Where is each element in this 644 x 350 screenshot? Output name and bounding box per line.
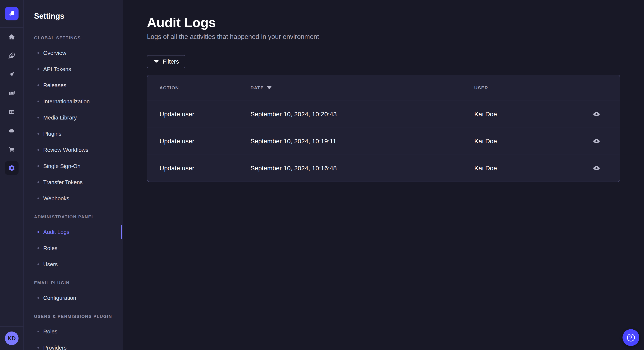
column-header-user: User	[474, 85, 592, 90]
sidebar-item-audit-logs[interactable]: Audit Logs	[24, 224, 123, 240]
workspace-logo-container	[0, 0, 24, 28]
view-details-button[interactable]	[592, 136, 602, 146]
sidebar-item-up-roles[interactable]: Roles	[24, 324, 123, 340]
sidebar-item-media-library[interactable]: Media Library	[24, 110, 123, 126]
section-label: EMAIL PLUGIN	[24, 276, 123, 290]
table-row[interactable]: Update user September 10, 2024, 10:20:43…	[147, 101, 620, 128]
sidebar-item-admin-roles[interactable]: Roles	[24, 240, 123, 256]
rail-user-container: KD	[0, 326, 24, 350]
cell-user: Kai Doe	[474, 165, 592, 172]
cell-user: Kai Doe	[474, 138, 592, 145]
sidebar-item-label: Providers	[43, 345, 67, 350]
filters-button-label: Filters	[163, 58, 179, 65]
bullet-icon	[38, 297, 39, 299]
gear-icon[interactable]	[5, 161, 18, 175]
question-mark-icon: ?	[627, 334, 635, 342]
sidebar-header: Settings	[24, 0, 123, 28]
column-header-date-sort[interactable]: Date	[250, 85, 272, 90]
bullet-icon	[38, 247, 39, 249]
bullet-icon	[38, 347, 39, 349]
cell-action: Update user	[160, 111, 250, 118]
sidebar-item-webhooks[interactable]: Webhooks	[24, 190, 123, 206]
sidebar-item-label: Roles	[43, 328, 57, 335]
nav-section-administration-panel: ADMINISTRATION PANEL Audit Logs Roles Us…	[24, 210, 123, 272]
sidebar-item-plugins[interactable]: Plugins	[24, 126, 123, 142]
bullet-icon	[38, 197, 39, 199]
bullet-icon	[38, 133, 39, 135]
bullet-icon	[38, 331, 39, 332]
bullet-icon	[38, 231, 39, 233]
sidebar-item-email-configuration[interactable]: Configuration	[24, 290, 123, 306]
layout-icon[interactable]	[0, 103, 24, 121]
cell-action: Update user	[160, 138, 250, 145]
eye-icon	[593, 164, 600, 172]
sidebar-item-label: Configuration	[43, 295, 76, 301]
sidebar-title: Settings	[34, 11, 123, 21]
settings-sidebar: Settings GLOBAL SETTINGS Overview API To…	[24, 0, 123, 350]
media-images-icon[interactable]	[0, 84, 24, 103]
sidebar-item-internationalization[interactable]: Internationalization	[24, 93, 123, 110]
toolbar: Filters	[147, 55, 620, 68]
sidebar-item-label: Review Workflows	[43, 147, 88, 153]
section-label: USERS & PERMISSIONS PLUGIN	[24, 309, 123, 324]
sidebar-item-label: API Tokens	[43, 66, 71, 72]
nav-section-global-settings: GLOBAL SETTINGS Overview API Tokens Rele…	[24, 31, 123, 206]
bullet-icon	[38, 68, 39, 70]
user-avatar[interactable]: KD	[5, 332, 18, 345]
paper-plane-icon[interactable]	[0, 65, 24, 84]
nav-section-email-plugin: EMAIL PLUGIN Configuration	[24, 276, 123, 306]
bullet-icon	[38, 117, 39, 118]
home-icon[interactable]	[0, 28, 24, 46]
sidebar-item-review-workflows[interactable]: Review Workflows	[24, 142, 123, 158]
sidebar-item-label: Users	[43, 261, 58, 268]
sidebar-item-single-sign-on[interactable]: Single Sign-On	[24, 158, 123, 174]
section-label: GLOBAL SETTINGS	[24, 31, 123, 45]
sidebar-item-up-providers[interactable]: Providers	[24, 340, 123, 350]
bullet-icon	[38, 149, 39, 151]
help-button[interactable]: ?	[622, 329, 639, 346]
sidebar-item-admin-users[interactable]: Users	[24, 256, 123, 272]
rail-icon-nav	[0, 28, 24, 175]
view-details-button[interactable]	[592, 109, 602, 119]
sidebar-item-overview[interactable]: Overview	[24, 45, 123, 61]
nav-section-users-permissions-plugin: USERS & PERMISSIONS PLUGIN Roles Provide…	[24, 309, 123, 350]
sort-desc-icon	[267, 86, 272, 89]
cell-user: Kai Doe	[474, 111, 592, 118]
feather-icon[interactable]	[0, 46, 24, 65]
bullet-icon	[38, 181, 39, 183]
view-details-button[interactable]	[592, 163, 602, 173]
eye-icon	[593, 137, 600, 145]
page-subtitle: Logs of all the activities that happened…	[147, 32, 620, 41]
column-header-action: Action	[160, 85, 250, 90]
sidebar-item-label: Releases	[43, 82, 66, 89]
sidebar-item-label: Transfer Tokens	[43, 179, 83, 186]
cell-action: Update user	[160, 165, 250, 172]
table-header-row: Action Date User	[147, 75, 620, 101]
bullet-icon	[38, 101, 39, 102]
filter-icon	[153, 59, 159, 65]
bullet-icon	[38, 84, 39, 86]
page-title: Audit Logs	[147, 15, 620, 30]
table-row[interactable]: Update user September 10, 2024, 10:19:11…	[147, 128, 620, 155]
cell-date: September 10, 2024, 10:16:48	[250, 165, 474, 172]
cell-date: September 10, 2024, 10:20:43	[250, 111, 474, 118]
sidebar-item-releases[interactable]: Releases	[24, 77, 123, 93]
filters-button[interactable]: Filters	[147, 55, 185, 68]
eye-icon	[593, 110, 600, 118]
sidebar-item-label: Overview	[43, 50, 66, 56]
sidebar-item-api-tokens[interactable]: API Tokens	[24, 61, 123, 77]
bullet-icon	[38, 263, 39, 265]
main-content: Audit Logs Logs of all the activities th…	[123, 0, 644, 350]
table-row[interactable]: Update user September 10, 2024, 10:16:48…	[147, 155, 620, 181]
sidebar-item-transfer-tokens[interactable]: Transfer Tokens	[24, 174, 123, 190]
audit-logs-table: Action Date User Update user September 1…	[147, 75, 620, 182]
sidebar-item-label: Webhooks	[43, 195, 69, 202]
column-header-date-label: Date	[250, 85, 264, 90]
strapi-logo[interactable]	[5, 7, 18, 20]
cart-icon[interactable]	[0, 140, 24, 159]
sidebar-item-label: Single Sign-On	[43, 163, 80, 170]
sidebar-item-label: Audit Logs	[43, 229, 70, 235]
section-label: ADMINISTRATION PANEL	[24, 210, 123, 224]
cloud-icon[interactable]	[0, 121, 24, 140]
sidebar-title-divider	[34, 28, 45, 28]
